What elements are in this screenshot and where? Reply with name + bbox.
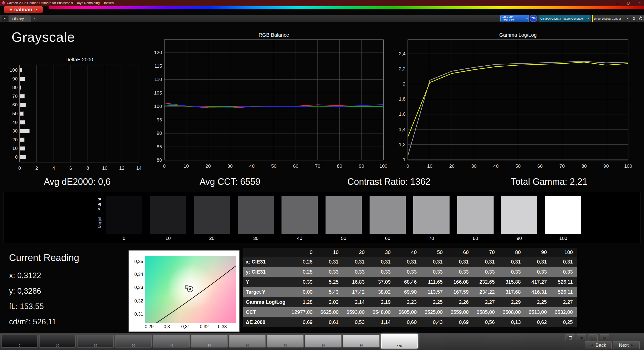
grayscale-thumb-30[interactable]: 30 <box>115 335 152 347</box>
tab-history-1[interactable]: History 1 <box>9 15 31 22</box>
svg-text:60: 60 <box>12 102 18 107</box>
swatch-label: 50 <box>326 236 362 241</box>
pattern-window-button[interactable] <box>566 334 575 341</box>
pattern-generator-button[interactable]: CalMAN Client 3 Pattern Generator ▾ <box>539 15 590 22</box>
grayscale-thumb-100[interactable]: 100 <box>381 334 418 348</box>
table-cell: 2,19 <box>369 297 394 307</box>
table-row: Y0,395,2516,8337,0968,46111,65166,08232,… <box>243 277 577 287</box>
minimize-button[interactable]: — <box>613 0 622 6</box>
swatch-label: 60 <box>370 236 406 241</box>
calman-logo-menu[interactable]: ❖ calman ▾ <box>4 6 43 13</box>
thumb-label: 10 <box>39 344 75 347</box>
settings-button[interactable]: ⚙ <box>631 15 637 22</box>
thumb-label: 30 <box>115 344 151 347</box>
svg-text:50: 50 <box>271 163 276 169</box>
back-label: Back <box>595 342 606 348</box>
table-cell: 2,29 <box>499 297 525 307</box>
svg-text:90: 90 <box>603 163 609 169</box>
table-cell: 6532,00 <box>551 307 577 317</box>
table-cell: 17,42 <box>343 287 369 297</box>
table-cell: 5,25 <box>316 277 342 287</box>
table-cell: 0,33 <box>395 267 421 277</box>
svg-text:12: 12 <box>119 165 125 171</box>
meter-count-badge[interactable]: 719 <box>530 15 537 22</box>
svg-text:120: 120 <box>154 50 162 55</box>
cie-y-tick: 0,31 <box>129 312 143 317</box>
power-icon <box>639 17 642 20</box>
swatch-label: 10 <box>150 236 186 241</box>
cie-diagram-panel: 0,350,340,330,320,310,290,30,310,320,33 <box>129 250 239 332</box>
power-button[interactable] <box>638 15 643 22</box>
svg-text:70: 70 <box>559 163 565 169</box>
actual-row-label: Actual <box>97 198 102 210</box>
cie-locus-overlay <box>145 256 236 323</box>
deltae-chart: 024681012140102030405060708090100 <box>8 63 143 174</box>
svg-text:30: 30 <box>12 128 18 134</box>
grayscale-swatch-70 <box>413 196 450 234</box>
cie-y-tick: 0,33 <box>129 285 143 290</box>
chevron-down-icon: ▾ <box>34 8 37 12</box>
logo-diamond-icon: ❖ <box>9 8 13 12</box>
svg-text:0: 0 <box>407 163 409 169</box>
table-row: Gamma Log/Log1,282,022,142,192,232,252,2… <box>243 297 577 307</box>
table-cell: 37,09 <box>369 277 394 287</box>
swatch-label: 30 <box>238 236 274 241</box>
cie-x-tick: 0,29 <box>140 324 158 329</box>
svg-text:10: 10 <box>12 146 18 151</box>
table-cell: 69,90 <box>395 287 421 297</box>
row-label: Y <box>243 277 291 287</box>
display-control-button[interactable]: Direct Display Control ▾ <box>592 15 630 22</box>
next-button[interactable]: Next ► <box>613 341 640 349</box>
table-column-header: 90 <box>525 248 551 257</box>
grayscale-swatch-100 <box>545 196 581 234</box>
grayscale-thumb-60[interactable]: 60 <box>229 335 266 347</box>
grayscale-thumb-0[interactable]: 0 <box>1 335 38 347</box>
grayscale-thumb-40[interactable]: 40 <box>153 335 190 347</box>
grayscale-thumb-70[interactable]: 70 <box>267 335 304 347</box>
current-reading-y: y: 0,3286 <box>9 287 41 296</box>
row-label: x: CIE31 <box>243 257 291 267</box>
grayscale-thumb-80[interactable]: 80 <box>305 335 342 347</box>
grayscale-thumb-10[interactable]: 10 <box>39 335 76 347</box>
current-reading-fl: fL: 153,55 <box>9 302 44 311</box>
grayscale-thumb-50[interactable]: 50 <box>191 335 228 347</box>
table-cell: 232,65 <box>473 277 499 287</box>
avg-de2000-stat: Avg dE2000: 0,6 <box>44 177 111 187</box>
table-cell: 315,88 <box>499 277 525 287</box>
svg-text:30: 30 <box>227 163 233 169</box>
camera-button[interactable]: ◉ <box>577 334 586 341</box>
swatch-label: 40 <box>281 236 318 241</box>
table-cell: 0,31 <box>395 257 421 267</box>
new-tab-button[interactable]: + <box>32 17 37 21</box>
svg-text:20: 20 <box>206 163 211 169</box>
table-cell: 0,33 <box>316 267 342 277</box>
row-label: Gamma Log/Log <box>243 297 291 307</box>
print-button[interactable]: ▤ <box>588 334 598 341</box>
back-button[interactable]: ◄ Back <box>585 341 612 349</box>
svg-text:1,2: 1,2 <box>399 142 406 147</box>
table-row: y: CIE310,280,330,330,330,330,330,330,33… <box>243 267 577 277</box>
next-label: Next <box>619 342 629 348</box>
grid-view-button[interactable]: ▦ <box>600 334 609 341</box>
grayscale-thumb-90[interactable]: 90 <box>343 335 380 347</box>
table-cell: 234,22 <box>473 287 499 297</box>
chevron-down-icon: ▾ <box>526 17 528 20</box>
table-row: x: CIE310,260,310,310,310,310,310,310,31… <box>243 257 577 267</box>
table-row: Target Y0,005,4317,4238,0269,90113,57167… <box>243 287 577 297</box>
maximize-button[interactable]: ▢ <box>624 0 633 6</box>
thumb-label: 20 <box>77 344 113 347</box>
tab-nav-arrow-button[interactable]: ▶ <box>2 16 8 21</box>
cie-x-tick: 0,32 <box>195 324 213 329</box>
grayscale-thumb-20[interactable]: 20 <box>77 335 114 347</box>
svg-text:60: 60 <box>537 163 543 169</box>
close-button[interactable]: ✕ <box>635 0 644 6</box>
table-cell: 16,83 <box>343 277 369 287</box>
meter-selector-button[interactable]: X-Rite i1Pro 3 Direct View ▾ <box>500 15 529 22</box>
table-cell: 2,26 <box>447 297 473 307</box>
logo-text: calman <box>14 7 32 13</box>
grayscale-swatch-10 <box>150 196 186 234</box>
svg-text:0: 0 <box>163 163 166 169</box>
svg-text:80: 80 <box>581 163 587 169</box>
svg-text:10: 10 <box>184 163 189 169</box>
table-cell: 2,02 <box>316 297 342 307</box>
